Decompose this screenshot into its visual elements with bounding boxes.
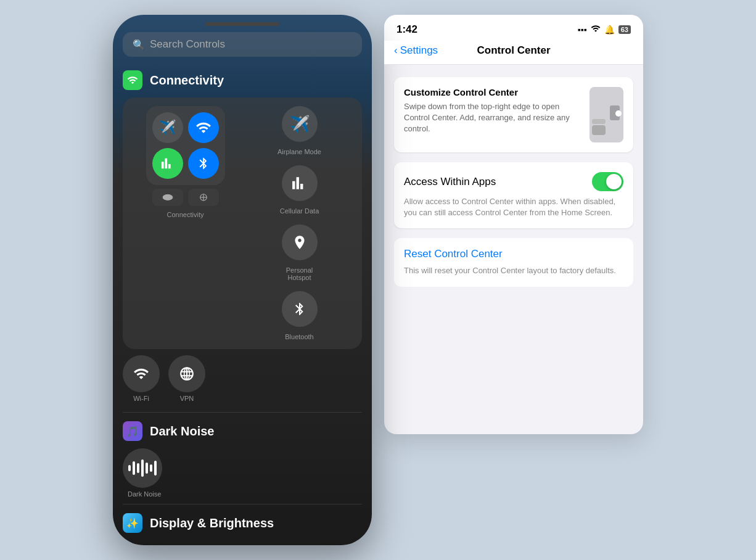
airplane-single: ✈️ Airplane Mode <box>277 106 321 155</box>
vpn-ctrl: VPN <box>168 355 205 402</box>
bluetooth-label: Bluetooth <box>285 333 313 340</box>
status-icons: ▪▪▪ 🔔 63 <box>578 25 631 35</box>
connectivity-header: Connectivity <box>113 67 372 97</box>
search-icon: 🔍 <box>133 39 145 51</box>
customize-description: Swipe down from the top-right edge to op… <box>404 101 582 135</box>
access-description: Allow access to Control Center within ap… <box>404 196 623 218</box>
wifi-label: Wi-Fi <box>133 395 149 402</box>
cell-signal-btn[interactable] <box>152 148 183 179</box>
bottom-controls: ☀️ 🔊 🔒 ⏺ <box>113 540 372 545</box>
connectivity-icon <box>123 70 142 90</box>
bell-icon: 🔔 <box>604 25 615 35</box>
wifi-status-icon <box>591 25 601 35</box>
customize-text: Customize Control Center Swipe down from… <box>404 87 582 135</box>
svg-point-1 <box>165 196 170 200</box>
display-section: ✨ Display & Brightness ☀️ 🔊 🔒 ⏺ <box>113 509 372 545</box>
display-title: Display & Brightness <box>150 516 274 530</box>
dark-noise-icon: 🎵 <box>123 421 142 441</box>
status-bar: 1:42 ▪▪▪ 🔔 63 <box>384 15 643 41</box>
divider1 <box>123 412 362 413</box>
dark-noise-title: Dark Noise <box>150 424 215 439</box>
reset-description: This will reset your Control Center layo… <box>404 265 623 276</box>
mini-controls: Wi-Fi VPN <box>123 355 362 402</box>
airplane-single-btn[interactable]: ✈️ <box>282 106 318 142</box>
back-label: Settings <box>400 44 438 57</box>
settings-panel: 1:42 ▪▪▪ 🔔 63 ‹ Settings Control Center <box>384 15 643 434</box>
bluetooth-single: Bluetooth <box>282 291 318 340</box>
display-header: ✨ Display & Brightness <box>113 509 372 540</box>
cellular-single: Cellular Data <box>280 165 319 215</box>
dark-noise-section: 🎵 Dark Noise Dark Noise <box>113 418 372 498</box>
hotspot-single: Personal Hotspot <box>282 224 318 281</box>
bluetooth-single-btn[interactable] <box>282 291 318 327</box>
search-placeholder: Search Controls <box>150 38 225 51</box>
thumbnail-toggle <box>615 110 622 117</box>
hotspot-label: Personal Hotspot <box>286 266 313 281</box>
search-bar[interactable]: 🔍 Search Controls <box>123 32 362 57</box>
vpn-label: VPN <box>180 395 194 402</box>
airplane-label: Airplane Mode <box>277 148 321 155</box>
access-toggle[interactable] <box>592 172 623 191</box>
cellular-btn[interactable] <box>282 165 318 201</box>
reset-card: Reset Control Center This will reset you… <box>394 238 633 286</box>
phone-left: 🔍 Search Controls Connectivity ✈️ <box>113 15 372 545</box>
access-card: Access Within Apps Allow access to Contr… <box>394 162 633 228</box>
nav-title: Control Center <box>477 44 551 57</box>
connectivity-grid: ✈️ <box>123 97 362 349</box>
dark-noise-ctrl-label: Dark Noise <box>123 490 161 498</box>
display-icon: ✨ <box>123 513 142 533</box>
vpn-btn[interactable] <box>168 355 205 392</box>
settings-content: Customize Control Center Swipe down from… <box>384 65 643 299</box>
back-chevron: ‹ <box>394 44 398 57</box>
status-time: 1:42 <box>396 23 417 36</box>
customize-title: Customize Control Center <box>404 87 582 97</box>
wifi-ctrl: Wi-Fi <box>123 355 160 402</box>
dark-noise-header: 🎵 Dark Noise <box>113 418 372 448</box>
cellular-label: Cellular Data <box>280 207 319 215</box>
access-label: Access Within Apps <box>404 176 496 188</box>
dark-noise-btn[interactable] <box>123 448 162 488</box>
battery-indicator: 63 <box>618 25 631 34</box>
airplane-btn[interactable]: ✈️ <box>152 112 183 143</box>
reset-label[interactable]: Reset Control Center <box>404 248 503 260</box>
access-row: Access Within Apps <box>404 172 623 191</box>
hotspot-btn[interactable] <box>282 224 318 260</box>
customize-card: Customize Control Center Swipe down from… <box>394 77 633 152</box>
nav-bar: ‹ Settings Control Center <box>384 41 643 65</box>
wifi-btn[interactable] <box>123 355 160 392</box>
connectivity-title: Connectivity <box>150 73 224 88</box>
connectivity-sublabel: Connectivity <box>167 211 204 218</box>
phone-thumbnail <box>590 87 623 142</box>
phone-notch <box>205 22 279 26</box>
signal-icon: ▪▪▪ <box>578 25 587 35</box>
wifi-active-btn[interactable] <box>188 112 219 143</box>
divider2 <box>123 504 362 504</box>
back-button[interactable]: ‹ Settings <box>394 44 438 57</box>
bluetooth-btn[interactable] <box>188 148 219 179</box>
